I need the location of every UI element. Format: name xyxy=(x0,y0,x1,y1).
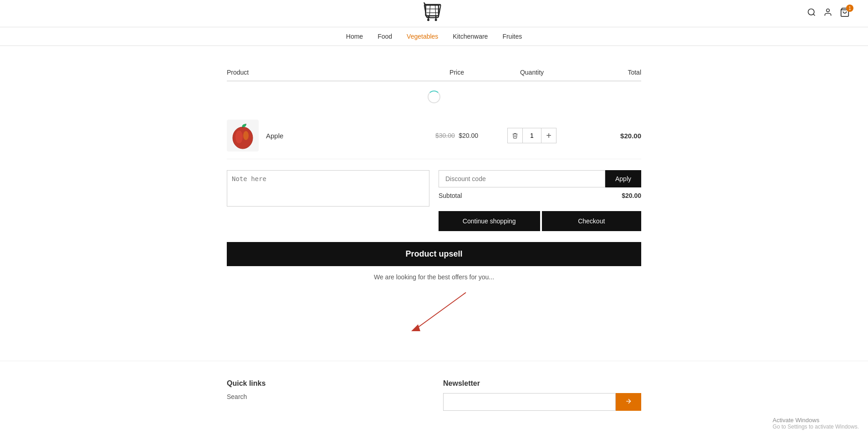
site-logo[interactable] xyxy=(423,1,445,26)
footer-content: Quick links Search Newsletter xyxy=(218,379,650,429)
price-original: $30.00 xyxy=(435,132,455,139)
cart-bottom: Apply Subtotal $20.00 Continue shopping … xyxy=(227,170,641,231)
discount-row: Apply xyxy=(439,170,641,187)
svg-point-5 xyxy=(427,19,429,21)
loading-spinner-row xyxy=(227,81,641,112)
subtotal-value: $20.00 xyxy=(622,192,641,199)
svg-line-20 xyxy=(416,293,466,329)
product-info: Apple xyxy=(227,120,423,151)
discount-section: Apply Subtotal $20.00 Continue shopping … xyxy=(439,170,641,231)
svg-point-18 xyxy=(243,131,249,140)
quantity-increase-button[interactable]: + xyxy=(541,128,557,143)
activate-windows-line1: Activate Windows xyxy=(773,417,859,424)
footer: Quick links Search Newsletter xyxy=(0,361,868,429)
nav-food[interactable]: Food xyxy=(378,33,392,40)
col-price-label: Price xyxy=(423,69,491,76)
quick-links-section: Quick links Search xyxy=(227,379,425,411)
upsell-loading-text: We are looking for the best offers for y… xyxy=(227,266,641,288)
loading-spinner xyxy=(428,91,440,103)
footer-search-link[interactable]: Search xyxy=(227,393,425,400)
product-name: Apple xyxy=(266,132,283,140)
price-column: $30.00 $20.00 xyxy=(423,131,491,140)
note-textarea[interactable] xyxy=(227,170,429,207)
svg-point-16 xyxy=(235,131,243,143)
continue-shopping-button[interactable]: Continue shopping xyxy=(439,211,540,231)
apple-image-svg xyxy=(227,120,259,151)
nav-fruites[interactable]: Fruites xyxy=(502,33,522,40)
user-icon xyxy=(823,8,832,17)
table-row: Apple $30.00 $20.00 + $20.00 xyxy=(227,112,641,159)
discount-input[interactable] xyxy=(439,170,605,187)
newsletter-title: Newsletter xyxy=(443,379,641,388)
main-nav: Home Food Vegetables Kitchenware Fruites xyxy=(0,27,868,46)
search-icon xyxy=(807,8,816,17)
quick-links-title: Quick links xyxy=(227,379,425,388)
header: 1 xyxy=(0,0,868,27)
activate-windows-line2: Go to Settings to activate Windows. xyxy=(773,424,859,429)
col-qty-label: Quantity xyxy=(491,69,573,76)
svg-point-6 xyxy=(435,19,437,21)
quantity-input[interactable] xyxy=(523,128,541,143)
col-product-label: Product xyxy=(227,69,423,76)
col-total-label: Total xyxy=(573,69,641,76)
arrow-right-icon xyxy=(625,398,632,405)
cart-table-header: Product Price Quantity Total xyxy=(227,64,641,81)
subtotal-row: Subtotal $20.00 xyxy=(439,187,641,204)
logo-icon xyxy=(423,1,445,24)
newsletter-email-input[interactable] xyxy=(443,393,616,411)
nav-kitchenware[interactable]: Kitchenware xyxy=(453,33,488,40)
arrow-section xyxy=(227,288,641,343)
apply-button[interactable]: Apply xyxy=(605,170,641,187)
cart-count-badge: 1 xyxy=(846,5,853,12)
nav-vegetables[interactable]: Vegetables xyxy=(407,33,438,40)
svg-marker-21 xyxy=(411,324,420,331)
arrow-svg xyxy=(388,288,480,333)
cart-button[interactable]: 1 xyxy=(840,7,850,20)
svg-point-11 xyxy=(808,9,814,15)
trash-icon xyxy=(512,132,518,139)
upsell-banner: Product upsell xyxy=(227,242,641,266)
account-button[interactable] xyxy=(823,8,832,19)
newsletter-submit-button[interactable] xyxy=(616,393,641,411)
newsletter-form xyxy=(443,393,641,411)
svg-point-13 xyxy=(827,9,830,12)
search-button[interactable] xyxy=(807,8,816,19)
total-column: $20.00 xyxy=(573,132,641,140)
action-buttons: Continue shopping Checkout xyxy=(439,211,641,231)
svg-line-12 xyxy=(813,14,815,16)
note-section xyxy=(227,170,429,231)
quantity-column: + xyxy=(491,128,573,143)
checkout-button[interactable]: Checkout xyxy=(542,211,642,231)
newsletter-section: Newsletter xyxy=(443,379,641,411)
subtotal-label: Subtotal xyxy=(439,192,462,199)
nav-home[interactable]: Home xyxy=(346,33,363,40)
svg-rect-0 xyxy=(426,5,439,15)
quantity-decrease-button[interactable] xyxy=(507,128,523,143)
header-icons: 1 xyxy=(807,7,850,20)
cart-main: Product Price Quantity Total xyxy=(218,64,650,343)
activate-windows-notice: Activate Windows Go to Settings to activ… xyxy=(773,417,859,429)
price-current: $20.00 xyxy=(459,132,478,139)
product-image xyxy=(227,120,259,151)
